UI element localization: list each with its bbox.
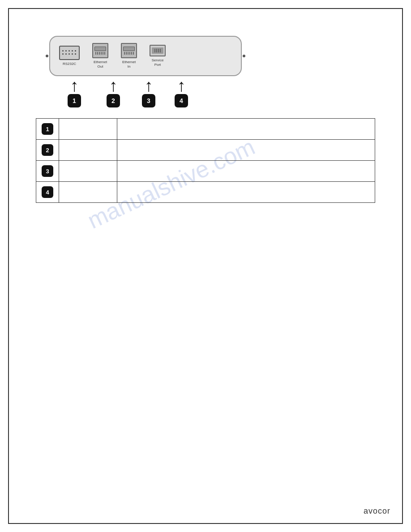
table-badge-cell-4: 4 (36, 182, 59, 203)
table-row: 1 (36, 119, 375, 140)
table-desc-cell-3 (117, 161, 375, 182)
arrow-group-3: ↑ 3 (132, 76, 166, 107)
arrow-3: ↑ (145, 77, 153, 94)
badge-2: 2 (107, 94, 120, 107)
service-line (160, 49, 161, 52)
arrow-group-4: ↑ 4 (166, 76, 197, 107)
info-table: 1 2 3 (36, 118, 375, 203)
rs232-left-dot (46, 55, 48, 57)
arrow-4: ↑ (177, 77, 186, 94)
eth-pin (101, 52, 102, 55)
table-desc-cell-4 (117, 182, 375, 203)
badge-4: 4 (175, 94, 188, 107)
rs232-connector (59, 46, 80, 60)
service-label: ServicePort (152, 58, 164, 67)
eth-slot (94, 47, 106, 51)
table-badge-4: 4 (42, 186, 53, 198)
arrow-group-2: ↑ 2 (95, 76, 132, 107)
rs232-dot (68, 50, 70, 51)
rs232-dot (65, 53, 67, 55)
ethernet-in-port (121, 43, 137, 58)
rs232-dot (72, 50, 73, 51)
table-name-cell-4 (59, 182, 117, 203)
service-line (154, 49, 155, 52)
eth-pin (99, 52, 100, 55)
eth-pin (126, 52, 127, 55)
table-name-cell-3 (59, 161, 117, 182)
table-desc-cell-2 (117, 140, 375, 161)
arrows-row: ↑ 1 ↑ 2 ↑ 3 ↑ 4 (49, 76, 375, 107)
rs232-dots (62, 50, 77, 56)
table-badge-cell-1: 1 (36, 119, 59, 140)
service-lines (154, 49, 161, 52)
service-line (158, 49, 159, 52)
arrow-2: ↑ (109, 77, 118, 94)
service-line (156, 49, 157, 52)
table-name-cell-2 (59, 140, 117, 161)
port-group-rs232: RS232C (59, 46, 80, 66)
table-row: 4 (36, 182, 375, 203)
avocor-logo: avocor (364, 506, 390, 516)
content-area: RS232C EthernetOut (36, 36, 375, 203)
eth-pin (103, 52, 103, 55)
table-badge-cell-2: 2 (36, 140, 59, 161)
device-panel: RS232C EthernetOut (49, 36, 242, 76)
badge-3: 3 (142, 94, 155, 107)
rs232-label: RS232C (63, 62, 76, 66)
table-badge-cell-3: 3 (36, 161, 59, 182)
service-inner (152, 47, 163, 54)
table-row: 2 (36, 140, 375, 161)
panel-wrapper: RS232C EthernetOut (36, 36, 375, 107)
table-badge-3: 3 (42, 165, 53, 177)
eth-in-pins (124, 52, 134, 55)
arrow-1: ↑ (70, 77, 79, 94)
rs232-dot (75, 53, 76, 55)
table-desc-cell-1 (117, 119, 375, 140)
eth-pin (95, 52, 96, 55)
eth-pin (124, 52, 125, 55)
arrow-group-1: ↑ 1 (54, 76, 95, 107)
eth-in-label: EthernetIn (122, 60, 136, 69)
table-badge-1: 1 (42, 123, 53, 135)
eth-in-slot (123, 47, 135, 51)
service-port (150, 45, 166, 56)
port-group-eth-out: EthernetOut (92, 43, 108, 69)
rs232-dot (65, 50, 67, 51)
eth-pin (97, 52, 98, 55)
eth-out-label: EthernetOut (94, 60, 107, 69)
eth-pin (104, 52, 105, 55)
table-row: 3 (36, 161, 375, 182)
rs232-connector-wrapper (59, 46, 80, 60)
table-badge-2: 2 (42, 144, 53, 156)
rs232-dot (62, 50, 64, 51)
eth-pin (131, 52, 132, 55)
eth-pin (133, 52, 134, 55)
rs232-right-dot (243, 55, 245, 57)
table-name-cell-1 (59, 119, 117, 140)
eth-pins (95, 52, 105, 55)
eth-pin (128, 52, 128, 55)
eth-pin (129, 52, 130, 55)
rs232-dot (68, 53, 70, 55)
ethernet-out-port (92, 43, 108, 58)
rs232-dot (62, 53, 64, 55)
badge-1: 1 (68, 94, 81, 107)
port-group-eth-in: EthernetIn (121, 43, 137, 69)
port-group-service: ServicePort (150, 45, 166, 67)
rs232-dot (72, 53, 73, 55)
rs232-dot (75, 50, 76, 51)
